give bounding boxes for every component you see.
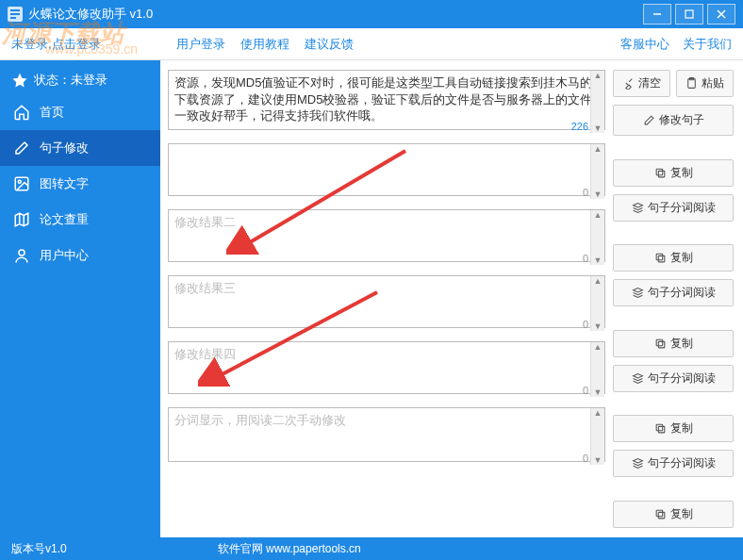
- svg-rect-17: [658, 341, 665, 348]
- char-count: 0: [583, 385, 588, 396]
- input-textarea[interactable]: [168, 70, 605, 130]
- svg-rect-1: [10, 9, 20, 11]
- svg-rect-22: [656, 510, 663, 517]
- close-button[interactable]: [707, 4, 735, 25]
- copy-icon: [654, 167, 667, 179]
- svg-rect-5: [685, 10, 693, 18]
- sidebar: 状态：未登录 首页 句子修改 图转文字 论文查重 用户中心: [0, 60, 160, 537]
- svg-rect-3: [10, 17, 16, 19]
- minimize-button[interactable]: [643, 4, 671, 25]
- sidebar-item-label: 用户中心: [40, 247, 89, 264]
- svg-rect-15: [658, 256, 665, 263]
- svg-rect-13: [658, 171, 665, 177]
- image-icon: [13, 175, 30, 192]
- sidebar-item-sentence[interactable]: 句子修改: [0, 130, 160, 166]
- copy-icon: [654, 338, 667, 350]
- footer: 版本号v1.0 软件官网 www.papertools.cn: [0, 537, 743, 560]
- read-button-2[interactable]: 句子分词阅读: [613, 279, 734, 306]
- copy-button-3[interactable]: 复制: [613, 330, 734, 357]
- sidebar-item-check[interactable]: 论文查重: [0, 202, 160, 238]
- status-label: 状态：未登录: [34, 72, 107, 89]
- content-area: ▲▼ 226 ▲▼ 0 ▲▼ 0 ▲▼ 0 ▲▼ 0: [160, 60, 743, 537]
- scrollbar[interactable]: ▲▼: [590, 408, 604, 465]
- nav-links: 用户登录 使用教程 建议反馈: [176, 36, 354, 53]
- nav-service[interactable]: 客服中心: [620, 36, 669, 53]
- copy-button-4[interactable]: 复制: [613, 415, 734, 442]
- stack-icon: [632, 202, 644, 214]
- sidebar-item-home[interactable]: 首页: [0, 94, 160, 130]
- sidebar-item-user[interactable]: 用户中心: [0, 238, 160, 273]
- login-hint[interactable]: 未登录,点击登录: [11, 36, 101, 53]
- copy-button-1[interactable]: 复制: [613, 159, 734, 187]
- right-links: 客服中心 关于我们: [620, 36, 732, 53]
- svg-point-10: [19, 250, 25, 255]
- result-textarea-2[interactable]: [168, 209, 605, 262]
- paste-icon: [685, 77, 698, 90]
- broom-icon: [622, 77, 635, 90]
- nav-user-login[interactable]: 用户登录: [176, 36, 225, 53]
- nav-about[interactable]: 关于我们: [683, 36, 732, 53]
- char-count: 226: [571, 121, 588, 132]
- svg-rect-19: [658, 427, 665, 434]
- copy-icon: [654, 422, 667, 435]
- scrollbar[interactable]: ▲▼: [590, 276, 604, 331]
- sidebar-item-ocr[interactable]: 图转文字: [0, 166, 160, 202]
- user-icon: [13, 247, 30, 264]
- read-button-1[interactable]: 句子分词阅读: [613, 194, 734, 222]
- scrollbar[interactable]: ▲▼: [590, 210, 604, 265]
- read-button-3[interactable]: 句子分词阅读: [613, 365, 734, 392]
- titlebar: 火蝶论文修改助手 v1.0: [0, 0, 743, 28]
- star-icon: [11, 72, 28, 89]
- modify-button[interactable]: 修改句子: [613, 105, 734, 136]
- app-title: 火蝶论文修改助手 v1.0: [28, 6, 153, 23]
- svg-rect-20: [656, 425, 663, 432]
- action-column: 清空 粘贴 修改句子 复制 句子分词阅读 复制 句子分词阅读 复制 句子分词阅读…: [613, 70, 734, 528]
- svg-rect-16: [656, 254, 663, 260]
- stack-icon: [632, 457, 644, 469]
- sidebar-item-label: 图转文字: [40, 175, 89, 192]
- status-row: 状态：未登录: [0, 66, 160, 94]
- result-textarea-4[interactable]: [168, 341, 605, 394]
- svg-rect-14: [656, 169, 663, 175]
- char-count: 0: [583, 253, 588, 264]
- char-count: 0: [583, 187, 588, 198]
- scrollbar[interactable]: ▲▼: [590, 144, 604, 199]
- stack-icon: [632, 287, 644, 299]
- map-icon: [13, 211, 30, 228]
- svg-rect-21: [658, 512, 665, 519]
- result-textarea-1[interactable]: [168, 143, 605, 196]
- maximize-button[interactable]: [675, 4, 703, 25]
- svg-point-9: [18, 180, 21, 183]
- site-label: 软件官网 www.papertools.cn: [218, 541, 361, 557]
- read-button-4[interactable]: 句子分词阅读: [613, 450, 734, 477]
- char-count: 0: [583, 453, 588, 464]
- edit-icon: [13, 140, 30, 156]
- svg-rect-18: [656, 339, 663, 346]
- sidebar-item-label: 论文查重: [40, 211, 89, 228]
- scrollbar[interactable]: ▲▼: [590, 342, 604, 397]
- paste-button[interactable]: 粘贴: [676, 70, 734, 97]
- segment-textarea[interactable]: [168, 407, 605, 462]
- copy-button-2[interactable]: 复制: [613, 244, 734, 272]
- nav-tutorial[interactable]: 使用教程: [240, 36, 289, 53]
- pencil-icon: [643, 114, 655, 126]
- nav-feedback[interactable]: 建议反馈: [305, 36, 354, 53]
- topbar: 未登录,点击登录 用户登录 使用教程 建议反馈 客服中心 关于我们: [0, 28, 743, 60]
- sidebar-item-label: 句子修改: [40, 140, 89, 156]
- copy-icon: [654, 508, 667, 520]
- copy-button-5[interactable]: 复制: [613, 501, 734, 528]
- home-icon: [13, 104, 30, 121]
- app-icon: [8, 7, 23, 22]
- version-label: 版本号v1.0: [11, 541, 67, 557]
- result-textarea-3[interactable]: [168, 275, 605, 328]
- stack-icon: [632, 372, 644, 385]
- clear-button[interactable]: 清空: [613, 70, 670, 97]
- sidebar-item-label: 首页: [40, 104, 64, 121]
- copy-icon: [654, 252, 667, 264]
- svg-rect-2: [10, 13, 20, 15]
- scrollbar[interactable]: ▲▼: [590, 71, 604, 133]
- char-count: 0: [583, 319, 588, 330]
